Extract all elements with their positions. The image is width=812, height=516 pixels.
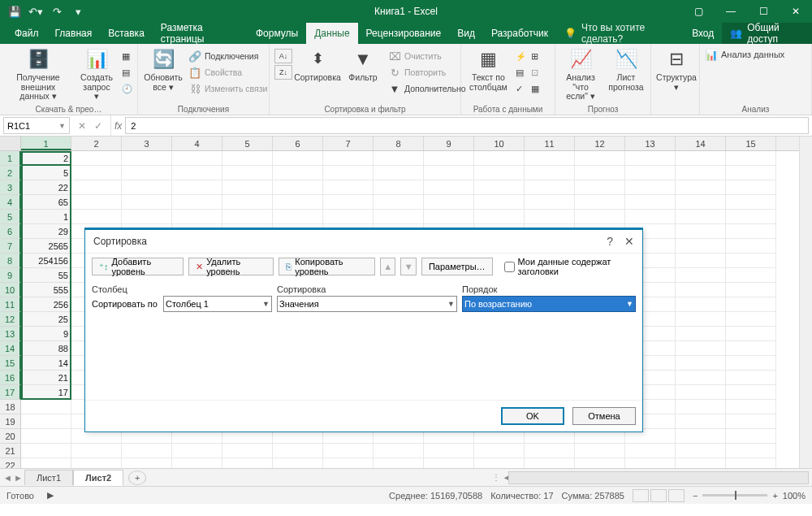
tell-me[interactable]: 💡Что вы хотите сделать? — [556, 23, 684, 44]
cell[interactable] — [21, 429, 71, 444]
enter-formula-icon[interactable]: ✓ — [91, 120, 106, 132]
cell[interactable] — [172, 166, 222, 180]
row-header[interactable]: 19 — [0, 414, 21, 429]
col-header[interactable]: 7 — [323, 137, 374, 150]
cell[interactable] — [222, 458, 273, 468]
cell[interactable] — [273, 180, 323, 195]
row-header[interactable]: 12 — [0, 312, 21, 327]
col-header[interactable]: 6 — [273, 137, 323, 150]
cell[interactable] — [575, 195, 625, 210]
cell[interactable]: 88 — [21, 341, 71, 356]
cell[interactable] — [374, 444, 424, 458]
cell[interactable] — [726, 239, 776, 254]
maximize-icon[interactable]: ☐ — [747, 0, 780, 23]
sort-za-icon[interactable]: Z↓ — [274, 65, 292, 80]
cell[interactable]: 2 — [21, 151, 71, 166]
view-layout-icon[interactable] — [650, 489, 667, 502]
undo-icon[interactable]: ↶▾ — [26, 2, 45, 20]
cell[interactable] — [726, 151, 776, 166]
cell[interactable] — [323, 180, 374, 195]
tab-data[interactable]: Данные — [306, 23, 357, 44]
ok-button[interactable]: OK — [501, 407, 564, 425]
tab-page-layout[interactable]: Разметка страницы — [153, 23, 248, 44]
cell[interactable] — [575, 444, 625, 458]
row-header[interactable]: 8 — [0, 254, 21, 268]
cell[interactable]: 256 — [21, 297, 71, 312]
cell[interactable] — [424, 180, 474, 195]
move-up-button[interactable]: ▲ — [380, 258, 396, 275]
macro-record-icon[interactable]: ▶ — [47, 490, 54, 501]
vertical-scrollbar[interactable] — [799, 137, 812, 468]
cell[interactable] — [726, 195, 776, 210]
row-header[interactable]: 9 — [0, 268, 21, 283]
col-header[interactable]: 11 — [525, 137, 575, 150]
tab-developer[interactable]: Разработчик — [483, 23, 556, 44]
reapply-button[interactable]: ↻Повторить — [388, 65, 466, 80]
text-to-columns-button[interactable]: ▦Текст по столбцам — [466, 46, 511, 93]
cell[interactable]: 254156 — [21, 254, 71, 268]
cell[interactable] — [625, 458, 676, 468]
cell[interactable] — [575, 210, 625, 224]
cell[interactable] — [726, 268, 776, 283]
refresh-all-button[interactable]: 🔄Обновить все ▾ — [143, 46, 184, 93]
row-header[interactable]: 16 — [0, 371, 21, 385]
col-header[interactable]: 13 — [625, 137, 676, 150]
cell[interactable]: 65 — [21, 195, 71, 210]
cell[interactable] — [676, 195, 726, 210]
redo-icon[interactable]: ↷ — [47, 2, 67, 20]
cell[interactable] — [525, 210, 575, 224]
cell[interactable] — [676, 444, 726, 458]
cell[interactable] — [374, 195, 424, 210]
options-button[interactable]: Параметры… — [421, 258, 493, 275]
cell[interactable] — [71, 166, 122, 180]
cell[interactable] — [525, 444, 575, 458]
cancel-formula-icon[interactable]: ✕ — [75, 120, 89, 132]
tab-file[interactable]: Файл — [6, 23, 47, 44]
consolidate-icon[interactable]: ⊞ — [531, 49, 539, 63]
cell[interactable] — [323, 195, 374, 210]
row-header[interactable]: 2 — [0, 166, 21, 180]
row-header[interactable]: 10 — [0, 283, 21, 297]
cell[interactable] — [726, 224, 776, 239]
add-level-button[interactable]: ⁺↕Добавить уровень — [92, 258, 184, 275]
qat-customize-icon[interactable]: ▾ — [68, 2, 88, 20]
cell[interactable] — [222, 444, 273, 458]
cell[interactable] — [525, 151, 575, 166]
row-header[interactable]: 20 — [0, 429, 21, 444]
col-header[interactable]: 15 — [726, 137, 776, 150]
cell[interactable] — [323, 151, 374, 166]
row-header[interactable]: 3 — [0, 180, 21, 195]
cell[interactable] — [726, 210, 776, 224]
cell[interactable] — [172, 151, 222, 166]
chevron-down-icon[interactable]: ▼ — [58, 122, 66, 130]
tab-review[interactable]: Рецензирование — [358, 23, 450, 44]
cell[interactable]: 14 — [21, 356, 71, 371]
cell[interactable] — [474, 444, 525, 458]
cell[interactable] — [726, 297, 776, 312]
cell[interactable] — [726, 341, 776, 356]
cell[interactable] — [273, 444, 323, 458]
cell[interactable] — [122, 151, 172, 166]
cell[interactable] — [424, 195, 474, 210]
filter-button[interactable]: ▼Фильтр — [343, 46, 383, 85]
cell[interactable] — [122, 444, 172, 458]
cell[interactable] — [676, 414, 726, 429]
cell[interactable] — [726, 180, 776, 195]
cell[interactable] — [374, 180, 424, 195]
remove-dupes-icon[interactable]: ▤ — [516, 65, 526, 80]
cell[interactable] — [122, 458, 172, 468]
cell[interactable]: 55 — [21, 268, 71, 283]
cell[interactable] — [676, 400, 726, 414]
validation-icon[interactable]: ✓ — [516, 81, 526, 96]
row-header[interactable]: 7 — [0, 239, 21, 254]
cell[interactable] — [726, 166, 776, 180]
cell[interactable]: 21 — [21, 371, 71, 385]
cell[interactable] — [676, 356, 726, 371]
tab-view[interactable]: Вид — [449, 23, 483, 44]
cell[interactable] — [273, 151, 323, 166]
cell[interactable] — [575, 151, 625, 166]
cell[interactable] — [374, 458, 424, 468]
cell[interactable] — [424, 444, 474, 458]
help-icon[interactable]: ? — [607, 235, 613, 248]
row-header[interactable]: 21 — [0, 444, 21, 458]
